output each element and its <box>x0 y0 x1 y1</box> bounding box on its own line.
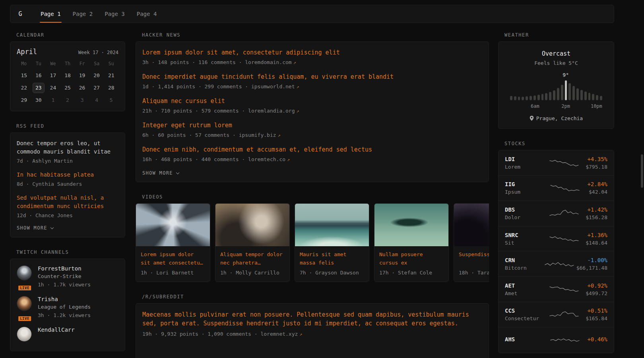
hn-story-title[interactable]: Aliquam nec cursus elit <box>142 97 482 105</box>
tab-page-2[interactable]: Page 2 <box>72 5 94 23</box>
rss-item-title[interactable]: Donec tempor eros leo, ut commodo mauris… <box>17 139 118 156</box>
stock-name: Lorem <box>505 164 542 170</box>
channel-game[interactable]: League of Legends <box>38 304 91 310</box>
channel-name[interactable]: KendallCarr <box>38 327 75 333</box>
stock-row[interactable]: IIGIpsum +2.84%$42.04 <box>499 176 614 201</box>
weather-time-labels: 6am 2pm 10pm <box>510 103 602 109</box>
weather-bar <box>537 95 540 100</box>
video-thumbnail[interactable] <box>454 204 489 246</box>
calendar-day: 5 <box>104 95 118 105</box>
hn-story-meta: 16h · 468 points · 440 comments · loremt… <box>142 156 482 163</box>
video-card-body: Aliquam tempor dolor nec pharetra… 1h · … <box>215 246 289 282</box>
hn-story: Lorem ipsum dolor sit amet, consectetur … <box>142 49 482 66</box>
stock-price: $148.64 <box>586 240 607 246</box>
external-link-icon: ↗ <box>287 157 290 162</box>
tab-page-1[interactable]: Page 1 <box>40 5 62 23</box>
rss-item-title[interactable]: Sed volutpat nulla nisl, a condimentum n… <box>17 194 118 210</box>
twitch-channel-row[interactable]: KendallCarr <box>17 327 118 342</box>
video-thumbnail[interactable] <box>136 204 210 246</box>
channel-game[interactable]: Counter-Strike <box>38 273 91 279</box>
twitch-channel-row[interactable]: LIVE ForrestBurton Counter-Strike 1h · 1… <box>17 265 118 288</box>
twitch-channel-info: Trisha League of Legends 3h · 1.2k viewe… <box>38 296 91 319</box>
video-meta: 7h · Grayson Dawson <box>300 269 364 276</box>
stock-row[interactable]: DBSDolor +1.42%$156.28 <box>499 201 614 226</box>
rss-item-title[interactable]: In hac habitasse platea <box>17 171 118 179</box>
video-title[interactable]: Lorem ipsum dolor sit amet consectetu… <box>141 251 205 267</box>
hn-story-stats: 16h · 468 points · 440 comments · <box>142 156 248 162</box>
domain-label: loremnet.xyz <box>260 331 298 337</box>
hn-story-domain[interactable]: ipsumify.biz↗ <box>239 132 281 138</box>
video-thumbnail[interactable] <box>215 204 289 246</box>
calendar-week-label: Week 17 · 2024 <box>78 50 118 55</box>
hn-story-domain[interactable]: loremtech.co↗ <box>248 156 290 162</box>
video-card[interactable]: Suspendisse diam 18h · Tara <box>454 203 489 282</box>
video-title[interactable]: Nullam posuere cursus ex <box>379 251 444 267</box>
video-card[interactable]: Lorem ipsum dolor sit amet consectetu… 1… <box>136 203 210 282</box>
weather-bar-chart: 9° <box>510 80 602 100</box>
video-thumbnail[interactable] <box>295 204 369 246</box>
tab-page-4[interactable]: Page 4 <box>136 5 158 23</box>
video-title[interactable]: Mauris sit amet massa felis <box>300 251 364 267</box>
video-card[interactable]: Nullam posuere cursus ex 17h · Stefan Co… <box>374 203 449 282</box>
stock-row[interactable]: CRNBitcorn -1.00%$66,171.48 <box>499 251 614 277</box>
video-title[interactable]: Aliquam tempor dolor nec pharetra… <box>220 251 285 267</box>
stock-sparkline <box>542 233 586 245</box>
hn-story-domain[interactable]: ipsumworld.net↗ <box>251 84 299 90</box>
hn-story-title[interactable]: Integer eget rutrum lorem <box>142 121 482 130</box>
video-title[interactable]: Suspendisse diam <box>459 251 489 267</box>
subreddit-widget: Maecenas mollis pulvinar erat non posuer… <box>136 303 489 358</box>
hn-story-meta: 21h · 710 points · 579 comments · loreml… <box>142 107 482 115</box>
calendar-day: 26 <box>75 83 89 93</box>
post-title[interactable]: Maecenas mollis pulvinar erat non posuer… <box>142 310 482 328</box>
stock-row[interactable]: CCSConsectetur +0.51%$165.84 <box>499 302 614 328</box>
video-card[interactable]: Aliquam tempor dolor nec pharetra… 1h · … <box>215 203 290 282</box>
post-domain[interactable]: loremnet.xyz↗ <box>260 331 302 337</box>
video-thumbnail[interactable] <box>374 204 448 246</box>
stock-name: Sit <box>505 240 542 246</box>
stock-row[interactable]: AHS +0.46% <box>499 327 614 353</box>
stock-row[interactable]: AETAmet +0.92%$499.72 <box>499 277 614 302</box>
hn-show-more-button[interactable]: SHOW MORE <box>142 170 179 176</box>
tab-page-3[interactable]: Page 3 <box>104 5 126 23</box>
video-meta: 17h · Stefan Cole <box>379 269 444 276</box>
stock-row[interactable]: SNRCSit +1.36%$148.64 <box>499 226 614 252</box>
video-card[interactable]: Mauris sit amet massa felis 7h · Grayson… <box>295 203 369 282</box>
external-link-icon: ↗ <box>299 331 302 337</box>
stock-ticker: IIG <box>505 181 542 187</box>
weather-bar <box>553 90 555 100</box>
twitch-channel-row[interactable]: LIVE Trisha League of Legends 3h · 1.2k … <box>17 296 118 319</box>
weather-bar <box>522 97 524 100</box>
calendar-weekday: Su <box>104 61 118 68</box>
calendar-day: 29 <box>17 95 31 105</box>
channel-name[interactable]: Trisha <box>38 296 91 302</box>
hn-story: Integer eget rutrum lorem 6h · 60 points… <box>142 121 482 139</box>
hn-story-stats: 6h · 60 points · 57 comments · <box>142 132 239 138</box>
show-more-label: SHOW MORE <box>17 225 47 231</box>
stock-change: +0.46% <box>587 336 607 342</box>
domain-label: loremdomain.com <box>245 59 291 65</box>
twitch-avatar-wrap: LIVE <box>17 296 33 319</box>
app-logo[interactable]: G <box>10 5 30 23</box>
hn-story-title[interactable]: Donec enim nibh, condimentum et accumsan… <box>142 146 482 154</box>
calendar-day: 21 <box>104 70 118 81</box>
channel-name[interactable]: ForrestBurton <box>38 265 91 272</box>
channel-meta: 1h · 1.7k viewers <box>38 281 91 288</box>
stock-ticker: LDI <box>505 156 542 162</box>
scrollbar-thumb[interactable] <box>641 154 643 188</box>
video-card-body: Suspendisse diam 18h · Tara <box>454 246 489 282</box>
channel-meta: 3h · 1.2k viewers <box>38 311 91 319</box>
stock-change: -1.00% <box>576 257 607 263</box>
weather-bar <box>576 88 579 100</box>
chevron-down-icon <box>50 226 53 229</box>
rss-show-more-button[interactable]: SHOW MORE <box>17 225 53 231</box>
hn-story-domain[interactable]: loremlandia.org↗ <box>248 108 299 114</box>
weather-bar <box>596 95 598 101</box>
hn-story-title[interactable]: Lorem ipsum dolor sit amet, consectetur … <box>142 49 482 57</box>
weather-bar <box>541 94 544 100</box>
rss-item: Sed volutpat nulla nisl, a condimentum n… <box>17 194 118 219</box>
hn-story-title[interactable]: Donec imperdiet augue tincidunt felis al… <box>142 73 482 81</box>
stocks-widget: LDILorem +4.35%$795.18 IIGIpsum +2.84%$4… <box>498 150 614 353</box>
stock-row[interactable]: LDILorem +4.35%$795.18 <box>499 150 614 176</box>
calendar-day: 18 <box>60 70 75 81</box>
hn-story-domain[interactable]: loremdomain.com↗ <box>245 59 296 65</box>
